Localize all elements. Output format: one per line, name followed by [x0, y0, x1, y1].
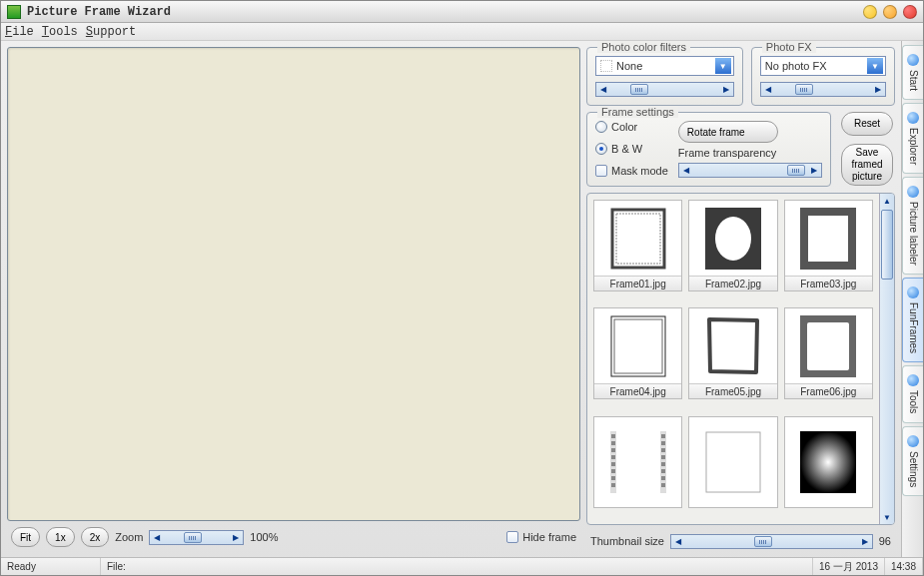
svg-rect-30	[800, 431, 856, 493]
statusbar: Ready File: 16 一月 2013 14:38	[1, 557, 923, 575]
status-file: File:	[101, 558, 813, 575]
svg-rect-23	[611, 469, 615, 473]
zoom-toolbar: Fit 1x 2x Zoom ◀ ▶ 100% Hide frame	[7, 523, 580, 551]
zoom-label: Zoom	[115, 531, 143, 543]
svg-rect-19	[611, 455, 615, 459]
tab-picture-labeler[interactable]: Picture labeler	[902, 177, 923, 275]
frame-preview-icon	[785, 417, 872, 507]
tab-icon	[907, 435, 919, 447]
picture-canvas[interactable]	[7, 47, 580, 521]
filters-slider[interactable]: ◀ ▶	[595, 82, 734, 97]
frame-thumbnail[interactable]: Frame05.jpg	[688, 307, 777, 399]
frame-preview-icon	[689, 417, 776, 507]
top-groups: Photo color filters None ▼ ◀ ▶ Photo FX	[586, 47, 895, 106]
main-area: Fit 1x 2x Zoom ◀ ▶ 100% Hide frame	[1, 41, 586, 557]
svg-rect-21	[611, 462, 615, 466]
arrow-right-icon[interactable]: ▶	[229, 531, 243, 544]
photo-color-filters-group: Photo color filters None ▼ ◀ ▶	[586, 47, 743, 106]
arrow-left-icon[interactable]: ◀	[596, 83, 610, 96]
frames-panel: Frame01.jpgFrame02.jpgFrame03.jpgFrame04…	[586, 193, 895, 525]
tab-icon	[907, 374, 919, 386]
transparency-slider[interactable]: ◀ ▶	[678, 163, 822, 178]
frame-thumbnail[interactable]	[688, 416, 777, 508]
frame-thumbnail[interactable]: Frame04.jpg	[593, 307, 682, 399]
frame-preview-icon	[594, 417, 681, 507]
zoom-fit-button[interactable]: Fit	[11, 527, 40, 547]
hide-frame-label: Hide frame	[522, 531, 576, 543]
frame-thumbnail[interactable]	[593, 416, 682, 508]
frame-label: Frame05.jpg	[689, 383, 776, 398]
frame-thumbnail[interactable]: Frame02.jpg	[688, 200, 777, 291]
tab-tools[interactable]: Tools	[902, 365, 923, 422]
arrow-left-icon[interactable]: ◀	[671, 535, 685, 548]
thumbnail-size-slider[interactable]: ◀ ▶	[670, 534, 873, 549]
arrow-right-icon[interactable]: ▶	[871, 83, 885, 96]
frame-thumbnail[interactable]	[784, 416, 873, 508]
frames-grid: Frame01.jpgFrame02.jpgFrame03.jpgFrame04…	[587, 194, 879, 524]
tab-start[interactable]: Start	[902, 45, 923, 100]
bw-radio[interactable]: B & W	[595, 143, 668, 155]
svg-rect-22	[661, 462, 665, 466]
fx-combo[interactable]: No photo FX ▼	[760, 56, 886, 76]
frame-label: Frame01.jpg	[594, 276, 681, 290]
menu-support[interactable]: Support	[86, 25, 136, 39]
reset-button[interactable]: Reset	[841, 112, 893, 136]
save-framed-picture-button[interactable]: Save framed picture	[841, 144, 893, 186]
arrow-right-icon[interactable]: ▶	[719, 83, 733, 96]
rotate-frame-button[interactable]: Rotate frame	[678, 121, 778, 143]
arrow-left-icon[interactable]: ◀	[679, 164, 693, 177]
arrow-down-icon[interactable]: ▼	[880, 510, 894, 524]
menu-file[interactable]: File	[5, 25, 34, 39]
frame-settings-title: Frame settings	[597, 106, 678, 118]
transparency-label: Frame transparency	[678, 147, 822, 159]
fx-selected: No photo FX	[765, 60, 867, 72]
frame-thumbnail[interactable]: Frame06.jpg	[784, 307, 873, 399]
chevron-down-icon[interactable]: ▼	[715, 58, 731, 74]
thumbnail-size-value: 96	[879, 535, 891, 547]
thumbnail-size-row: Thumbnail size ◀ ▶ 96	[586, 531, 895, 551]
filters-combo[interactable]: None ▼	[595, 56, 734, 76]
svg-rect-1	[616, 214, 660, 264]
zoom-slider[interactable]: ◀ ▶	[149, 530, 244, 545]
zoom-2x-button[interactable]: 2x	[81, 527, 110, 547]
tab-icon	[907, 186, 919, 198]
arrow-left-icon[interactable]: ◀	[761, 83, 775, 96]
body: Fit 1x 2x Zoom ◀ ▶ 100% Hide frame	[1, 41, 923, 557]
frame-label: Frame04.jpg	[594, 383, 681, 398]
arrow-left-icon[interactable]: ◀	[150, 531, 164, 544]
fx-slider[interactable]: ◀ ▶	[760, 82, 886, 97]
arrow-right-icon[interactable]: ▶	[858, 535, 872, 548]
frame-preview-icon	[594, 308, 681, 383]
menu-tools[interactable]: Tools	[42, 25, 78, 39]
frame-thumbnail[interactable]: Frame01.jpg	[593, 200, 682, 291]
svg-rect-29	[706, 432, 760, 492]
minimize-button[interactable]	[863, 5, 877, 19]
maximize-button[interactable]	[883, 5, 897, 19]
mask-mode-checkbox[interactable]: Mask mode	[595, 165, 668, 177]
frame-thumbnail[interactable]: Frame03.jpg	[784, 200, 873, 291]
frames-scrollbar[interactable]: ▲ ▼	[879, 194, 894, 524]
titlebar[interactable]: Picture Frame Wizard	[1, 1, 923, 23]
tab-icon	[907, 54, 919, 66]
frame-preview-icon	[785, 201, 872, 276]
color-radio[interactable]: Color	[595, 121, 668, 133]
right-panel: Photo color filters None ▼ ◀ ▶ Photo FX	[586, 41, 901, 557]
app-window: Picture Frame Wizard File Tools Support …	[0, 0, 924, 576]
hide-frame-checkbox[interactable]: Hide frame	[506, 531, 576, 543]
svg-rect-24	[661, 469, 665, 473]
window-buttons	[863, 5, 917, 19]
filter-none-icon	[600, 60, 612, 72]
arrow-right-icon[interactable]: ▶	[807, 164, 821, 177]
svg-rect-10	[610, 431, 666, 493]
tab-funframes[interactable]: FunFrames	[902, 278, 923, 362]
close-button[interactable]	[903, 5, 917, 19]
tab-icon	[907, 287, 919, 298]
tab-settings[interactable]: Settings	[902, 426, 923, 496]
chevron-down-icon[interactable]: ▼	[867, 58, 883, 74]
arrow-up-icon[interactable]: ▲	[880, 194, 894, 208]
zoom-1x-button[interactable]: 1x	[46, 527, 75, 547]
svg-rect-9	[807, 322, 849, 370]
tab-explorer[interactable]: Explorer	[902, 103, 923, 174]
photo-fx-group: Photo FX No photo FX ▼ ◀ ▶	[751, 47, 895, 106]
checkbox-icon	[506, 531, 518, 543]
